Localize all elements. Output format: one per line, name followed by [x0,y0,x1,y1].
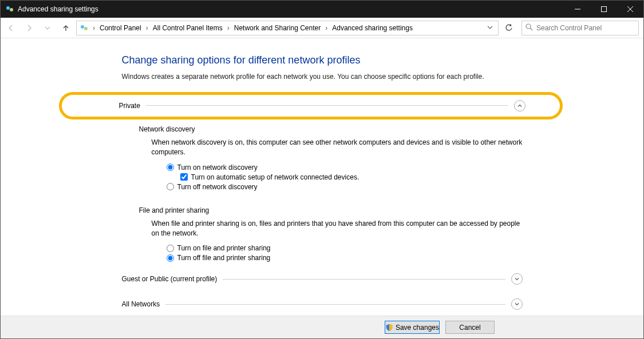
chevron-down-icon[interactable] [511,273,523,285]
chevron-down-icon[interactable] [511,298,523,310]
navigation-bar: › Control Panel › All Control Panel Item… [1,18,643,38]
minimize-button[interactable] [564,1,591,18]
chevron-right-icon[interactable]: › [92,24,96,32]
checkbox-input[interactable] [180,173,188,181]
radio-label: Turn on file and printer sharing [177,244,271,252]
address-bar[interactable]: › Control Panel › All Control Panel Item… [76,21,499,35]
radio-label: Turn off file and printer sharing [177,254,271,262]
svg-point-8 [526,24,531,29]
search-box[interactable] [521,21,639,35]
up-button[interactable] [58,20,74,36]
network-discovery-section: Network discovery When network discovery… [139,125,523,191]
subsection-title: Network discovery [139,125,523,133]
radio-fp-on[interactable]: Turn on file and printer sharing [167,244,523,252]
highlight-annotation: Private [59,92,563,119]
save-button[interactable]: Save changes [385,321,440,334]
maximize-button[interactable] [591,1,617,18]
profile-label: All Networks [122,300,160,308]
svg-point-1 [10,8,13,11]
subsection-desc: When file and printer sharing is on, fil… [152,219,523,239]
breadcrumb-item[interactable]: Advanced sharing settings [330,23,415,33]
window-title: Advanced sharing settings [18,5,98,13]
radio-label: Turn on network discovery [177,163,258,172]
chevron-right-icon[interactable]: › [226,24,231,32]
cancel-button[interactable]: Cancel [445,321,495,334]
content-area: Change sharing options for different net… [1,38,643,316]
footer-bar: Save changes Cancel [1,316,643,338]
page-subtitle: Windows creates a separate network profi… [122,72,523,82]
radio-nd-on[interactable]: Turn on network discovery [167,163,523,172]
address-dropdown[interactable] [484,24,496,32]
search-input[interactable] [536,24,635,32]
button-label: Save changes [396,324,439,332]
chevron-right-icon[interactable]: › [324,24,329,32]
profile-header-private[interactable]: Private [119,98,526,113]
back-button[interactable] [3,20,19,36]
titlebar: Advanced sharing settings [1,1,643,18]
forward-button[interactable] [21,20,37,36]
divider [223,279,505,280]
button-label: Cancel [459,324,480,332]
subsection-title: File and printer sharing [139,206,523,214]
breadcrumb-item[interactable]: Network and Sharing Center [232,23,323,33]
radio-fp-off[interactable]: Turn off file and printer sharing [167,254,523,262]
radio-label: Turn off network discovery [177,183,258,191]
breadcrumb-item[interactable]: Control Panel [97,23,144,33]
svg-line-9 [530,28,532,30]
svg-point-7 [84,27,88,30]
chevron-right-icon[interactable]: › [145,24,149,32]
page-title: Change sharing options for different net… [122,54,523,66]
divider [165,304,505,305]
breadcrumb-item[interactable]: All Control Panel Items [151,23,225,33]
close-button[interactable] [617,1,643,18]
search-icon [526,23,533,33]
svg-rect-3 [602,7,607,12]
recent-button[interactable] [39,20,56,36]
profile-label: Private [119,102,140,110]
radio-input[interactable] [167,163,174,171]
subsection-desc: When network discovery is on, this compu… [152,138,523,158]
refresh-button[interactable] [501,20,517,36]
profile-header-guest[interactable]: Guest or Public (current profile) [122,272,523,286]
radio-input[interactable] [167,254,174,262]
control-panel-icon [79,23,89,33]
shield-icon [385,324,393,332]
file-printer-section: File and printer sharing When file and p… [139,206,523,262]
radio-input[interactable] [167,245,174,252]
radio-nd-off[interactable]: Turn off network discovery [167,183,523,191]
chevron-up-icon[interactable] [514,100,526,111]
profile-header-all[interactable]: All Networks [122,297,523,312]
app-icon [5,5,14,14]
radio-input[interactable] [167,183,174,190]
svg-point-0 [6,6,10,10]
profile-label: Guest or Public (current profile) [122,275,218,283]
divider [146,105,508,106]
checkbox-nd-auto[interactable]: Turn on automatic setup of network conne… [180,173,523,181]
svg-point-6 [81,25,84,29]
checkbox-label: Turn on automatic setup of network conne… [191,173,359,181]
